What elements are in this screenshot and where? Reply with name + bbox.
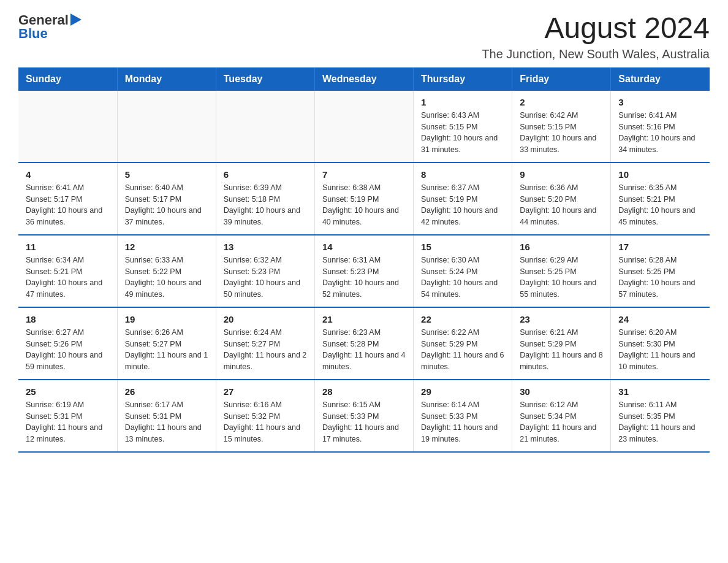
day-number: 3	[618, 97, 702, 107]
calendar-cell: 13Sunrise: 6:32 AMSunset: 5:23 PMDayligh…	[216, 235, 314, 307]
calendar-week-row: 1Sunrise: 6:43 AMSunset: 5:15 PMDaylight…	[18, 91, 710, 163]
day-number: 30	[520, 386, 603, 397]
calendar-cell	[117, 91, 216, 163]
day-number: 29	[421, 386, 504, 397]
day-info: Sunrise: 6:27 AMSunset: 5:26 PMDaylight:…	[26, 327, 110, 373]
day-info: Sunrise: 6:21 AMSunset: 5:29 PMDaylight:…	[520, 327, 603, 373]
day-number: 27	[224, 386, 307, 397]
day-number: 17	[618, 242, 702, 252]
day-info: Sunrise: 6:34 AMSunset: 5:21 PMDaylight:…	[26, 255, 110, 301]
calendar-cell: 10Sunrise: 6:35 AMSunset: 5:21 PMDayligh…	[611, 163, 710, 235]
calendar-cell: 24Sunrise: 6:20 AMSunset: 5:30 PMDayligh…	[611, 307, 710, 380]
day-number: 24	[618, 314, 702, 324]
day-number: 21	[322, 314, 406, 324]
day-number: 20	[224, 314, 307, 324]
day-info: Sunrise: 6:38 AMSunset: 5:19 PMDaylight:…	[322, 182, 406, 228]
calendar-table: SundayMondayTuesdayWednesdayThursdayFrid…	[18, 67, 710, 453]
location-title: The Junction, New South Wales, Australia	[482, 47, 710, 61]
calendar-body: 1Sunrise: 6:43 AMSunset: 5:15 PMDaylight…	[18, 91, 710, 452]
day-info: Sunrise: 6:33 AMSunset: 5:22 PMDaylight:…	[125, 255, 208, 301]
day-number: 2	[520, 97, 603, 107]
day-info: Sunrise: 6:14 AMSunset: 5:33 PMDaylight:…	[421, 399, 504, 445]
month-title: August 2024	[482, 12, 710, 45]
calendar-cell: 30Sunrise: 6:12 AMSunset: 5:34 PMDayligh…	[512, 380, 611, 452]
day-info: Sunrise: 6:41 AMSunset: 5:17 PMDaylight:…	[26, 182, 110, 228]
day-number: 23	[520, 314, 603, 324]
day-number: 6	[224, 169, 307, 180]
calendar-cell: 31Sunrise: 6:11 AMSunset: 5:35 PMDayligh…	[611, 380, 710, 452]
day-number: 25	[26, 386, 110, 397]
day-number: 28	[322, 386, 406, 397]
day-number: 22	[421, 314, 504, 324]
day-info: Sunrise: 6:15 AMSunset: 5:33 PMDaylight:…	[322, 399, 406, 445]
calendar-cell: 27Sunrise: 6:16 AMSunset: 5:32 PMDayligh…	[216, 380, 314, 452]
day-number: 7	[322, 169, 406, 180]
calendar-cell: 7Sunrise: 6:38 AMSunset: 5:19 PMDaylight…	[314, 163, 413, 235]
day-info: Sunrise: 6:17 AMSunset: 5:31 PMDaylight:…	[125, 399, 208, 445]
day-number: 10	[618, 169, 702, 180]
calendar-cell: 15Sunrise: 6:30 AMSunset: 5:24 PMDayligh…	[414, 235, 512, 307]
day-info: Sunrise: 6:37 AMSunset: 5:19 PMDaylight:…	[421, 182, 504, 228]
day-info: Sunrise: 6:41 AMSunset: 5:16 PMDaylight:…	[618, 110, 702, 156]
day-number: 31	[618, 386, 702, 397]
calendar-cell: 1Sunrise: 6:43 AMSunset: 5:15 PMDaylight…	[414, 91, 512, 163]
day-info: Sunrise: 6:31 AMSunset: 5:23 PMDaylight:…	[322, 255, 406, 301]
calendar-cell: 16Sunrise: 6:29 AMSunset: 5:25 PMDayligh…	[512, 235, 611, 307]
day-info: Sunrise: 6:22 AMSunset: 5:29 PMDaylight:…	[421, 327, 504, 373]
day-number: 26	[125, 386, 208, 397]
day-info: Sunrise: 6:16 AMSunset: 5:32 PMDaylight:…	[224, 399, 307, 445]
calendar-cell	[216, 91, 314, 163]
day-number: 15	[421, 242, 504, 252]
calendar-cell: 14Sunrise: 6:31 AMSunset: 5:23 PMDayligh…	[314, 235, 413, 307]
calendar-cell: 21Sunrise: 6:23 AMSunset: 5:28 PMDayligh…	[314, 307, 413, 380]
calendar-week-row: 18Sunrise: 6:27 AMSunset: 5:26 PMDayligh…	[18, 307, 710, 380]
weekday-header-monday: Monday	[117, 67, 216, 91]
day-info: Sunrise: 6:12 AMSunset: 5:34 PMDaylight:…	[520, 399, 603, 445]
calendar-week-row: 4Sunrise: 6:41 AMSunset: 5:17 PMDaylight…	[18, 163, 710, 235]
day-info: Sunrise: 6:30 AMSunset: 5:24 PMDaylight:…	[421, 255, 504, 301]
weekday-header-tuesday: Tuesday	[216, 67, 314, 91]
logo: General Blue	[18, 12, 82, 42]
day-info: Sunrise: 6:28 AMSunset: 5:25 PMDaylight:…	[618, 255, 702, 301]
day-info: Sunrise: 6:11 AMSunset: 5:35 PMDaylight:…	[618, 399, 702, 445]
calendar-header: SundayMondayTuesdayWednesdayThursdayFrid…	[18, 67, 710, 91]
calendar-cell: 8Sunrise: 6:37 AMSunset: 5:19 PMDaylight…	[414, 163, 512, 235]
calendar-cell: 9Sunrise: 6:36 AMSunset: 5:20 PMDaylight…	[512, 163, 611, 235]
day-number: 8	[421, 169, 504, 180]
day-info: Sunrise: 6:43 AMSunset: 5:15 PMDaylight:…	[421, 110, 504, 156]
day-number: 14	[322, 242, 406, 252]
title-area: August 2024 The Junction, New South Wale…	[482, 12, 710, 61]
day-number: 1	[421, 97, 504, 107]
day-info: Sunrise: 6:40 AMSunset: 5:17 PMDaylight:…	[125, 182, 208, 228]
day-info: Sunrise: 6:42 AMSunset: 5:15 PMDaylight:…	[520, 110, 603, 156]
day-info: Sunrise: 6:23 AMSunset: 5:28 PMDaylight:…	[322, 327, 406, 373]
day-info: Sunrise: 6:36 AMSunset: 5:20 PMDaylight:…	[520, 182, 603, 228]
calendar-cell	[314, 91, 413, 163]
calendar-cell: 25Sunrise: 6:19 AMSunset: 5:31 PMDayligh…	[18, 380, 117, 452]
calendar-cell: 12Sunrise: 6:33 AMSunset: 5:22 PMDayligh…	[117, 235, 216, 307]
day-number: 19	[125, 314, 208, 324]
weekday-header-row: SundayMondayTuesdayWednesdayThursdayFrid…	[18, 67, 710, 91]
weekday-header-sunday: Sunday	[18, 67, 117, 91]
calendar-week-row: 11Sunrise: 6:34 AMSunset: 5:21 PMDayligh…	[18, 235, 710, 307]
page-header: General Blue August 2024 The Junction, N…	[18, 12, 710, 61]
day-info: Sunrise: 6:20 AMSunset: 5:30 PMDaylight:…	[618, 327, 702, 373]
calendar-cell: 17Sunrise: 6:28 AMSunset: 5:25 PMDayligh…	[611, 235, 710, 307]
calendar-cell: 2Sunrise: 6:42 AMSunset: 5:15 PMDaylight…	[512, 91, 611, 163]
day-number: 9	[520, 169, 603, 180]
svg-marker-0	[70, 13, 82, 26]
weekday-header-wednesday: Wednesday	[314, 67, 413, 91]
calendar-cell: 18Sunrise: 6:27 AMSunset: 5:26 PMDayligh…	[18, 307, 117, 380]
calendar-cell: 4Sunrise: 6:41 AMSunset: 5:17 PMDaylight…	[18, 163, 117, 235]
day-number: 11	[26, 242, 110, 252]
day-number: 13	[224, 242, 307, 252]
calendar-cell: 5Sunrise: 6:40 AMSunset: 5:17 PMDaylight…	[117, 163, 216, 235]
logo-blue: Blue	[18, 26, 48, 42]
day-number: 18	[26, 314, 110, 324]
calendar-cell: 23Sunrise: 6:21 AMSunset: 5:29 PMDayligh…	[512, 307, 611, 380]
weekday-header-thursday: Thursday	[414, 67, 512, 91]
calendar-cell: 26Sunrise: 6:17 AMSunset: 5:31 PMDayligh…	[117, 380, 216, 452]
day-info: Sunrise: 6:26 AMSunset: 5:27 PMDaylight:…	[125, 327, 208, 373]
calendar-cell	[18, 91, 117, 163]
day-info: Sunrise: 6:39 AMSunset: 5:18 PMDaylight:…	[224, 182, 307, 228]
